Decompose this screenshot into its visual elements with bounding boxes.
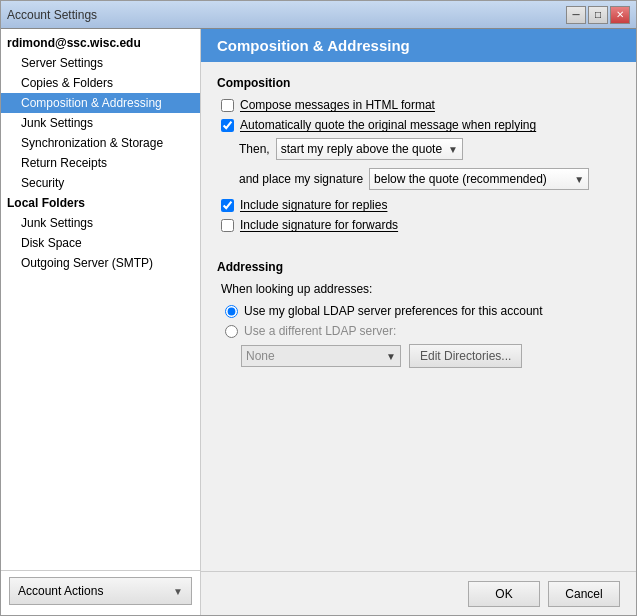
reply-position-value: start my reply above the quote [281, 142, 442, 156]
window-title: Account Settings [7, 8, 97, 22]
sidebar-item-junk-settings[interactable]: Junk Settings [1, 113, 200, 133]
use-different-ldap-row: Use a different LDAP server: [217, 324, 620, 338]
include-sig-forwards-row: Include signature for forwards [217, 218, 620, 232]
auto-quote-row: Automatically quote the original message… [217, 118, 620, 132]
signature-position-value: below the quote (recommended) [374, 172, 547, 186]
content-area: rdimond@ssc.wisc.edu Server Settings Cop… [1, 29, 636, 615]
sidebar-item-return-receipts[interactable]: Return Receipts [1, 153, 200, 173]
panel-content: Composition Compose messages in HTML for… [201, 62, 636, 571]
signature-place-row: and place my signature below the quote (… [239, 168, 620, 190]
sidebar-item-server-settings[interactable]: Server Settings [1, 53, 200, 73]
title-bar-controls: ─ □ ✕ [566, 6, 630, 24]
panel-header: Composition & Addressing [201, 29, 636, 62]
include-sig-replies-row: Include signature for replies [217, 198, 620, 212]
composition-section-title: Composition [217, 76, 620, 90]
addressing-section-title: Addressing [217, 260, 620, 274]
auto-quote-checkbox[interactable] [221, 119, 234, 132]
compose-html-checkbox[interactable] [221, 99, 234, 112]
minimize-button[interactable]: ─ [566, 6, 586, 24]
cancel-button[interactable]: Cancel [548, 581, 620, 607]
include-sig-forwards-label[interactable]: Include signature for forwards [240, 218, 398, 232]
sidebar-item-sync-storage[interactable]: Synchronization & Storage [1, 133, 200, 153]
and-place-label: and place my signature [239, 172, 363, 186]
include-sig-forwards-checkbox[interactable] [221, 219, 234, 232]
close-button[interactable]: ✕ [610, 6, 630, 24]
use-different-ldap-label[interactable]: Use a different LDAP server: [244, 324, 396, 338]
account-actions-button[interactable]: Account Actions ▼ [9, 577, 192, 605]
title-bar: Account Settings ─ □ ✕ [1, 1, 636, 29]
title-bar-left: Account Settings [7, 8, 97, 22]
sidebar-item-local-folders[interactable]: Local Folders [1, 193, 200, 213]
ldap-none-value: None [246, 349, 275, 363]
use-global-ldap-label[interactable]: Use my global LDAP server preferences fo… [244, 304, 543, 318]
use-different-ldap-radio[interactable] [225, 325, 238, 338]
ldap-server-dropdown[interactable]: None ▼ [241, 345, 401, 367]
account-settings-window: Account Settings ─ □ ✕ rdimond@ssc.wisc.… [0, 0, 637, 616]
compose-html-row: Compose messages in HTML format [217, 98, 620, 112]
include-sig-replies-label[interactable]: Include signature for replies [240, 198, 387, 212]
when-looking-label: When looking up addresses: [221, 282, 372, 296]
sidebar-item-outgoing-smtp[interactable]: Outgoing Server (SMTP) [1, 253, 200, 273]
then-row: Then, start my reply above the quote ▼ [239, 138, 620, 160]
addressing-section: Addressing When looking up addresses: Us… [217, 260, 620, 368]
edit-directories-button[interactable]: Edit Directories... [409, 344, 522, 368]
main-panel: Composition & Addressing Composition Com… [201, 29, 636, 615]
auto-quote-label[interactable]: Automatically quote the original message… [240, 118, 536, 132]
then-label: Then, [239, 142, 270, 156]
sidebar-item-copies-folders[interactable]: Copies & Folders [1, 73, 200, 93]
use-global-ldap-row: Use my global LDAP server preferences fo… [217, 304, 620, 318]
sidebar-footer: Account Actions ▼ [1, 570, 200, 611]
sidebar: rdimond@ssc.wisc.edu Server Settings Cop… [1, 29, 201, 615]
sidebar-item-security[interactable]: Security [1, 173, 200, 193]
reply-position-dropdown[interactable]: start my reply above the quote ▼ [276, 138, 463, 160]
sidebar-item-account[interactable]: rdimond@ssc.wisc.edu [1, 33, 200, 53]
sidebar-item-composition-addressing[interactable]: Composition & Addressing [1, 93, 200, 113]
account-actions-arrow-icon: ▼ [173, 586, 183, 597]
maximize-button[interactable]: □ [588, 6, 608, 24]
reply-dropdown-arrow-icon: ▼ [448, 144, 458, 155]
ldap-server-row: None ▼ Edit Directories... [241, 344, 620, 368]
then-block: Then, start my reply above the quote ▼ a… [239, 138, 620, 190]
sidebar-item-disk-space[interactable]: Disk Space [1, 233, 200, 253]
separator [217, 238, 620, 250]
sidebar-item-junk-settings-local[interactable]: Junk Settings [1, 213, 200, 233]
use-global-ldap-radio[interactable] [225, 305, 238, 318]
ok-button[interactable]: OK [468, 581, 540, 607]
ldap-dropdown-arrow-icon: ▼ [386, 351, 396, 362]
compose-html-label[interactable]: Compose messages in HTML format [240, 98, 435, 112]
account-actions-label: Account Actions [18, 584, 103, 598]
include-sig-replies-checkbox[interactable] [221, 199, 234, 212]
bottom-bar: OK Cancel [201, 571, 636, 615]
edit-directories-label: Edit Directories... [420, 349, 511, 363]
sig-dropdown-arrow-icon: ▼ [574, 174, 584, 185]
signature-position-dropdown[interactable]: below the quote (recommended) ▼ [369, 168, 589, 190]
sidebar-spacer [1, 273, 200, 570]
